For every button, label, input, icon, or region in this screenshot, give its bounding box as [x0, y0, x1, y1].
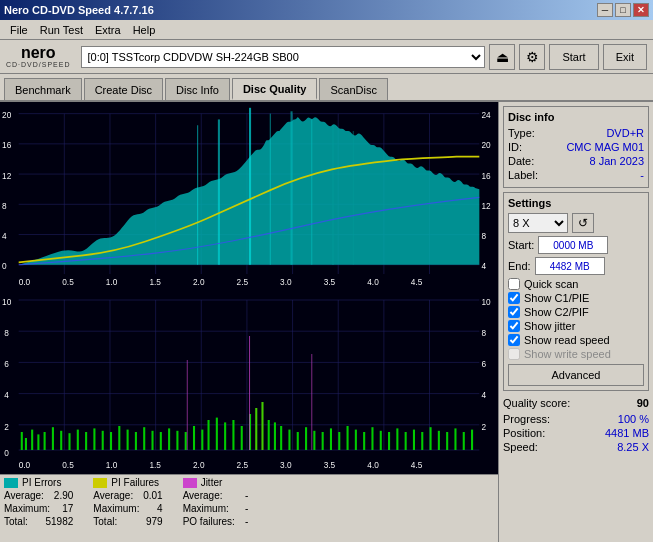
tab-disc-quality[interactable]: Disc Quality	[232, 78, 318, 100]
svg-text:2: 2	[481, 421, 486, 432]
speed-select[interactable]: 8 X	[508, 213, 568, 233]
pi-failures-max-label: Maximum:	[93, 503, 139, 514]
pi-errors-total-label: Total:	[4, 516, 28, 527]
svg-rect-73	[102, 431, 104, 450]
window-controls: ─ □ ✕	[597, 3, 649, 17]
svg-text:1.0: 1.0	[106, 276, 118, 287]
svg-text:4.5: 4.5	[411, 459, 423, 470]
speed-label: Speed:	[503, 441, 538, 453]
pi-errors-label: PI Errors	[22, 477, 61, 488]
nero-sub-brand: CD·DVD/SPEED	[6, 61, 71, 68]
close-button[interactable]: ✕	[633, 3, 649, 17]
svg-text:3.5: 3.5	[324, 276, 336, 287]
pi-errors-total-row: Total: 51982	[4, 516, 73, 527]
disc-type-value: DVD+R	[606, 127, 644, 139]
svg-rect-87	[216, 418, 218, 450]
pi-failures-total-label: Total:	[93, 516, 117, 527]
svg-rect-115	[438, 431, 440, 450]
show-write-speed-checkbox[interactable]	[508, 348, 520, 360]
svg-rect-116	[446, 432, 448, 450]
svg-text:10: 10	[2, 296, 11, 307]
right-panel: Disc info Type: DVD+R ID: CMC MAG M01 Da…	[498, 102, 653, 542]
svg-rect-65	[37, 434, 39, 450]
svg-text:4: 4	[481, 390, 486, 401]
disc-type-label: Type:	[508, 127, 535, 139]
exit-button[interactable]: Exit	[603, 44, 647, 70]
svg-text:16: 16	[2, 140, 11, 151]
svg-rect-101	[322, 432, 324, 450]
jitter-po-value: -	[245, 516, 248, 527]
show-jitter-row: Show jitter	[508, 320, 644, 332]
minimize-button[interactable]: ─	[597, 3, 613, 17]
svg-text:8: 8	[2, 201, 7, 212]
start-input[interactable]	[538, 236, 608, 254]
disc-id-row: ID: CMC MAG M01	[508, 141, 644, 153]
drive-select[interactable]: [0:0] TSSTcorp CDDVDW SH-224GB SB00	[81, 46, 486, 68]
svg-text:4.0: 4.0	[367, 459, 379, 470]
speed-row: 8 X ↺	[508, 213, 644, 233]
svg-rect-63	[25, 438, 27, 450]
svg-text:16: 16	[481, 170, 490, 181]
quick-scan-checkbox[interactable]	[508, 278, 520, 290]
advanced-button[interactable]: Advanced	[508, 364, 644, 386]
svg-text:0.0: 0.0	[19, 459, 31, 470]
pi-errors-max-value: 17	[62, 503, 73, 514]
eject-icon-button[interactable]: ⏏	[489, 44, 515, 70]
svg-rect-66	[44, 432, 46, 450]
top-chart: 20 16 12 8 4 0 24 20 16 12 8 4 0.0 0.5 1…	[0, 102, 498, 288]
svg-text:3.0: 3.0	[280, 459, 292, 470]
show-jitter-checkbox[interactable]	[508, 320, 520, 332]
menu-extra[interactable]: Extra	[89, 22, 127, 38]
svg-rect-103	[338, 432, 340, 450]
tab-benchmark[interactable]: Benchmark	[4, 78, 82, 100]
svg-text:0: 0	[4, 447, 9, 458]
disc-id-value: CMC MAG M01	[566, 141, 644, 153]
show-c2-pif-checkbox[interactable]	[508, 306, 520, 318]
show-c2-pif-label: Show C2/PIF	[524, 306, 589, 318]
pi-errors-total-value: 51982	[46, 516, 74, 527]
start-button[interactable]: Start	[549, 44, 598, 70]
pi-failures-label: PI Failures	[111, 477, 159, 488]
quick-scan-label: Quick scan	[524, 278, 578, 290]
refresh-button[interactable]: ↺	[572, 213, 594, 233]
svg-rect-111	[405, 432, 407, 450]
svg-text:2.5: 2.5	[237, 276, 249, 287]
tab-create-disc[interactable]: Create Disc	[84, 78, 163, 100]
svg-rect-97	[288, 430, 290, 450]
jitter-label: Jitter	[201, 477, 223, 488]
toolbar: nero CD·DVD/SPEED [0:0] TSSTcorp CDDVDW …	[0, 40, 653, 74]
show-c1-pie-label: Show C1/PIE	[524, 292, 589, 304]
show-c1-pie-checkbox[interactable]	[508, 292, 520, 304]
maximize-button[interactable]: □	[615, 3, 631, 17]
svg-text:4.0: 4.0	[367, 276, 379, 287]
svg-rect-107	[371, 427, 373, 450]
menu-run-test[interactable]: Run Test	[34, 22, 89, 38]
tab-scandisc[interactable]: ScanDisc	[319, 78, 387, 100]
menu-file[interactable]: File	[4, 22, 34, 38]
position-value: 4481 MB	[605, 427, 649, 439]
svg-rect-106	[363, 432, 365, 450]
svg-rect-78	[143, 427, 145, 450]
svg-rect-114	[430, 427, 432, 450]
jitter-max-label: Maximum:	[183, 503, 229, 514]
svg-rect-108	[380, 431, 382, 450]
jitter-avg-row: Average: -	[183, 490, 249, 501]
svg-rect-86	[208, 420, 210, 450]
end-input[interactable]	[535, 257, 605, 275]
svg-rect-84	[193, 426, 195, 450]
menu-help[interactable]: Help	[127, 22, 162, 38]
show-write-speed-label: Show write speed	[524, 348, 611, 360]
jitter-po-row: PO failures: -	[183, 516, 249, 527]
charts-panel: 20 16 12 8 4 0 24 20 16 12 8 4 0.0 0.5 1…	[0, 102, 498, 542]
pi-errors-max-row: Maximum: 17	[4, 503, 73, 514]
disc-id-label: ID:	[508, 141, 522, 153]
show-read-speed-checkbox[interactable]	[508, 334, 520, 346]
svg-rect-92	[255, 408, 257, 450]
disc-date-label: Date:	[508, 155, 534, 167]
svg-text:24: 24	[481, 110, 490, 121]
progress-label: Progress:	[503, 413, 550, 425]
jitter-avg-label: Average:	[183, 490, 223, 501]
tab-disc-info[interactable]: Disc Info	[165, 78, 230, 100]
options-icon-button[interactable]: ⚙	[519, 44, 545, 70]
position-row: Position: 4481 MB	[503, 427, 649, 439]
